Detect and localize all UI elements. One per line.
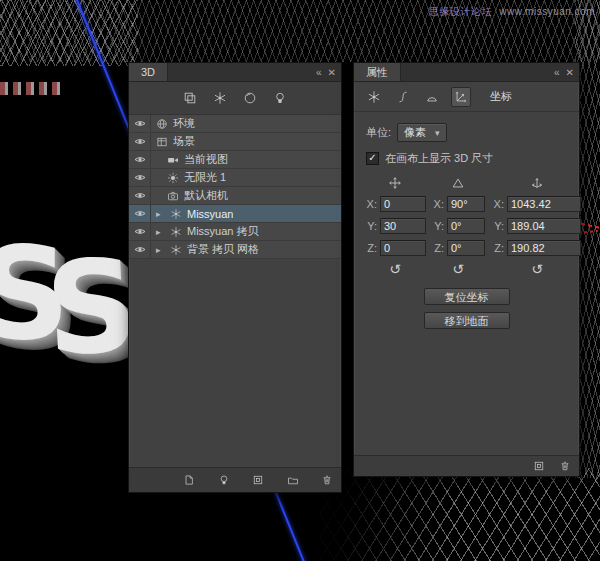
tab-properties-label: 属性	[366, 65, 388, 80]
move-icon	[388, 176, 402, 190]
delete-icon[interactable]	[321, 474, 333, 486]
axis-label: X:	[490, 198, 504, 210]
perspective-grid-top-left	[0, 0, 138, 66]
list-item-label: Missyuan	[187, 208, 233, 220]
position-y-input[interactable]	[380, 218, 426, 234]
visibility-eye-icon[interactable]	[129, 205, 151, 222]
visibility-eye-icon[interactable]	[129, 133, 151, 150]
light-icon	[167, 172, 179, 184]
list-item-label: 场景	[173, 134, 195, 149]
new-group-icon[interactable]	[287, 474, 299, 486]
mesh-icon	[170, 226, 182, 238]
axis-label: X:	[430, 198, 444, 210]
watermark-site: 思缘设计论坛	[429, 6, 492, 17]
list-item-infinite-light[interactable]: 无限光 1	[129, 169, 341, 187]
axis-label: Z:	[490, 242, 504, 254]
scale-x-input[interactable]	[507, 196, 581, 212]
properties-subtabs: 坐标	[354, 82, 579, 112]
scene-icon	[156, 136, 168, 148]
scale-icon	[530, 176, 544, 190]
list-item-label: 环境	[173, 116, 195, 131]
move-to-ground-button[interactable]: 移到地面	[424, 312, 510, 329]
unit-dropdown[interactable]: 像素 ▾	[397, 123, 447, 142]
rotation-x-input[interactable]	[447, 196, 485, 212]
reset-scale-icon[interactable]: ↺	[531, 262, 543, 276]
3d-layer-list: 环境 场景 当前视图 无限光 1 默认相机 ▸ Missyuan	[129, 115, 341, 259]
cap-tab-icon[interactable]	[422, 87, 442, 107]
3d-panel: 3D « ✕ 环境 场景 当前视图	[128, 62, 342, 493]
axis-label: Y:	[490, 220, 504, 232]
close-panel-icon[interactable]: ✕	[328, 67, 336, 78]
coordinates-grid: X: X: X: Y: Y: Y: Z: Z: Z: ↺ ↺ ↺	[364, 176, 577, 276]
reset-rotation-icon[interactable]: ↺	[452, 262, 464, 276]
disclosure-triangle-icon[interactable]: ▸	[156, 245, 165, 255]
reset-position-icon[interactable]: ↺	[389, 262, 401, 276]
visibility-eye-icon[interactable]	[129, 151, 151, 168]
delete-icon[interactable]	[559, 460, 571, 472]
rotation-y-input[interactable]	[447, 218, 485, 234]
properties-panel-footer	[354, 455, 579, 476]
3d-panel-header: 3D « ✕	[129, 63, 341, 82]
panel-options-icon[interactable]	[533, 460, 545, 472]
show-dims-label: 在画布上显示 3D 尺寸	[385, 151, 493, 166]
render-settings-icon[interactable]	[252, 474, 264, 486]
3d-panel-footer	[129, 467, 341, 492]
video-camera-icon	[167, 154, 179, 166]
position-z-input[interactable]	[380, 240, 426, 256]
list-item-label: 背景 拷贝 网格	[187, 242, 259, 257]
visibility-eye-icon[interactable]	[129, 187, 151, 204]
reset-coordinates-button[interactable]: 复位坐标	[424, 288, 510, 305]
disclosure-triangle-icon[interactable]: ▸	[156, 209, 165, 219]
list-item-environment[interactable]: 环境	[129, 115, 341, 133]
new-document-icon[interactable]	[183, 474, 195, 486]
tab-3d[interactable]: 3D	[129, 63, 168, 81]
mesh-filter-icon[interactable]	[213, 91, 227, 105]
visibility-eye-icon[interactable]	[129, 223, 151, 240]
unit-value: 像素	[404, 125, 426, 140]
mesh-tab-icon[interactable]	[364, 87, 384, 107]
new-light-icon[interactable]	[218, 474, 230, 486]
list-item-label: 当前视图	[184, 152, 228, 167]
scale-z-input[interactable]	[507, 240, 581, 256]
scale-y-input[interactable]	[507, 218, 581, 234]
light-filter-icon[interactable]	[273, 91, 287, 105]
material-filter-icon[interactable]	[243, 91, 257, 105]
watermark: 思缘设计论坛 www.missyuan.com	[429, 5, 595, 19]
coordinates-tab-icon[interactable]	[451, 87, 471, 107]
list-item-background-copy-mesh[interactable]: ▸ 背景 拷贝 网格	[129, 241, 341, 259]
axis-label: X:	[364, 198, 377, 210]
deform-tab-icon[interactable]	[393, 87, 413, 107]
visibility-eye-icon[interactable]	[129, 169, 151, 186]
chevron-down-icon: ▾	[435, 128, 440, 138]
list-item-scene[interactable]: 场景	[129, 133, 341, 151]
list-item-current-view[interactable]: 当前视图	[129, 151, 341, 169]
3d-letter: S	[43, 242, 142, 375]
tab-properties[interactable]: 属性	[354, 63, 401, 81]
list-item-default-camera[interactable]: 默认相机	[129, 187, 341, 205]
properties-panel-header: 属性 « ✕	[354, 63, 579, 82]
close-panel-icon[interactable]: ✕	[566, 67, 574, 78]
visibility-eye-icon[interactable]	[129, 115, 151, 132]
scene-filter-icon[interactable]	[183, 91, 197, 105]
show-dims-checkbox[interactable]: ✓	[366, 152, 379, 165]
axis-label: Y:	[430, 220, 444, 232]
visibility-eye-icon[interactable]	[129, 241, 151, 258]
properties-panel-empty-area	[354, 329, 579, 455]
properties-panel: 属性 « ✕ 坐标 单位: 像素 ▾ ✓ 在画布上显示 3D 尺寸 X: X: …	[353, 62, 580, 477]
list-item-missyuan-copy[interactable]: ▸ Missyuan 拷贝	[129, 223, 341, 241]
camera-icon	[167, 190, 179, 202]
list-item-label: 无限光 1	[184, 170, 226, 185]
collapse-panel-icon[interactable]: «	[316, 67, 322, 78]
show-dims-row: ✓ 在画布上显示 3D 尺寸	[366, 151, 579, 166]
photoshop-3d-workspace: { "watermark": { "site_name": "思缘设计论坛", …	[0, 0, 600, 561]
list-item-label: 默认相机	[184, 188, 228, 203]
collapse-panel-icon[interactable]: «	[554, 67, 560, 78]
3d-panel-empty-area	[129, 259, 341, 467]
rotate-icon	[451, 176, 465, 190]
rotation-z-input[interactable]	[447, 240, 485, 256]
list-item-missyuan-selected[interactable]: ▸ Missyuan	[129, 205, 341, 223]
distant-3d-text	[0, 82, 62, 95]
position-x-input[interactable]	[380, 196, 426, 212]
tab-3d-label: 3D	[141, 66, 155, 78]
disclosure-triangle-icon[interactable]: ▸	[156, 227, 165, 237]
